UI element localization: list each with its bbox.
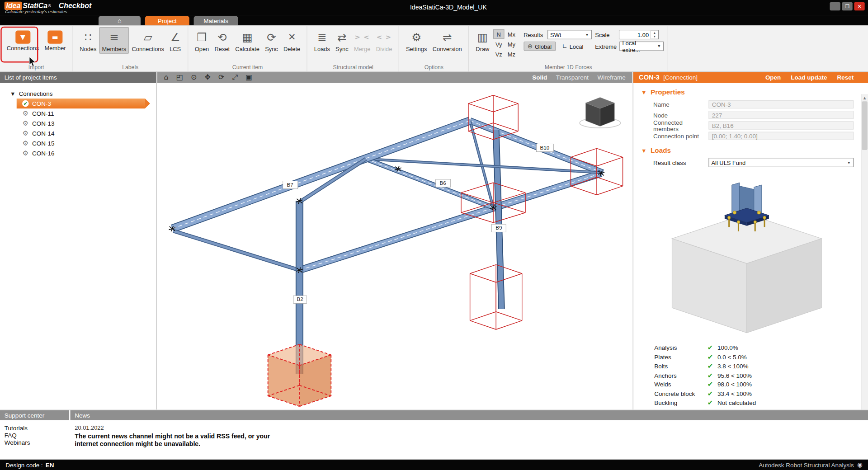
tab-bar: ⌂ Project Materials	[0, 15, 868, 25]
panel-scrollbar[interactable]: ▲ ▼	[861, 94, 868, 409]
btn-label: Reset	[215, 45, 230, 52]
draw-forces-button[interactable]: ▥ Draw	[473, 27, 492, 54]
open-button[interactable]: ❒ Open	[192, 27, 212, 54]
check-row: Concrete block ✔ 33.4 < 100%	[654, 389, 756, 398]
tree-item[interactable]: ⚙ CON-16	[17, 148, 145, 158]
tree-item[interactable]: ⚙ CON-13	[17, 118, 145, 128]
zoom-extents-icon[interactable]: ⤢	[232, 72, 238, 83]
check-badge-icon: ✔	[22, 100, 29, 107]
view-home-icon[interactable]: ⌂	[164, 72, 168, 83]
connection-preview[interactable]	[656, 180, 838, 341]
rotate-icon[interactable]: ⟳	[218, 72, 224, 83]
property-value: B2, B16	[708, 121, 854, 129]
tab-project[interactable]: Project	[145, 16, 189, 26]
tab-materials[interactable]: Materials	[194, 16, 238, 26]
properties-section-header[interactable]: ▼ Properties	[642, 89, 868, 96]
tab-home[interactable]: ⌂	[99, 16, 141, 26]
import-member-button[interactable]: ▬ Member	[42, 27, 68, 53]
pan-icon[interactable]: ✥	[204, 72, 210, 83]
extreme-dropdown[interactable]: Local extre... ▼	[619, 42, 664, 51]
maximize-button[interactable]: ❐	[842, 2, 852, 10]
local-toggle[interactable]: ∟ Local	[558, 42, 587, 51]
panel-reset-button[interactable]: Reset	[837, 74, 854, 81]
panel-load-update-button[interactable]: Load update	[791, 74, 827, 81]
result-class-dropdown[interactable]: All ULS Fund ▼	[708, 158, 854, 167]
view-mode-solid[interactable]: Solid	[532, 74, 547, 81]
btn-label: Calculate	[235, 45, 259, 52]
conversion-button[interactable]: ⇌ Conversion	[430, 27, 465, 54]
navigation-cube[interactable]	[580, 98, 621, 128]
support-link-webinars[interactable]: Webinars	[5, 439, 30, 446]
divide-icon: < >	[377, 29, 392, 46]
news-date: 20.01.2022	[75, 424, 104, 431]
tree-item-label: CON-3	[32, 100, 51, 107]
section-collapse-icon: ▼	[642, 90, 646, 95]
tree-root[interactable]: ▼ Connections	[0, 89, 156, 99]
support-link-faq[interactable]: FAQ	[5, 432, 30, 439]
model-sync-button[interactable]: ⇄ Sync	[333, 27, 351, 54]
force-toggle-mz[interactable]: Mz	[505, 49, 518, 59]
zoom-icon[interactable]: ⊙	[191, 72, 197, 83]
support-link-tutorials[interactable]: Tutorials	[5, 425, 30, 432]
sync-button[interactable]: ⟳ Sync	[262, 27, 281, 54]
calculate-grid-icon: ▦	[242, 29, 253, 46]
loads-section-header[interactable]: ▼ Loads	[642, 147, 868, 155]
results-dropdown[interactable]: SWt ▼	[547, 30, 592, 39]
tree-item[interactable]: ⚙ CON-15	[17, 138, 145, 148]
scene-canvas[interactable]: B7 B6 B10 B9 B2	[157, 83, 632, 410]
view-mode-transparent[interactable]: Transparent	[556, 74, 589, 81]
render-style-icon[interactable]: ▣	[245, 72, 252, 83]
home-icon: ⌂	[118, 17, 122, 24]
scale-input[interactable]	[619, 30, 651, 38]
labels-lcs-button[interactable]: ∠ LCS	[167, 27, 184, 54]
tree-item[interactable]: ⚙ CON-11	[17, 108, 145, 118]
support-links: Tutorials FAQ Webinars	[5, 425, 30, 446]
delete-button[interactable]: ✕ Delete	[281, 27, 303, 54]
loads-button[interactable]: ≣ Loads	[311, 27, 333, 54]
labels-nodes-button[interactable]: ∷ Nodes	[77, 27, 99, 54]
panel-open-button[interactable]: Open	[765, 74, 781, 81]
results-value: SWt	[550, 31, 561, 38]
force-toggle-n[interactable]: N	[493, 29, 504, 39]
force-toggle-vz[interactable]: Vz	[493, 49, 504, 59]
beam-label: B7	[283, 181, 298, 189]
zoom-window-icon[interactable]: ◰	[176, 72, 183, 83]
check-pass-icon: ✔	[703, 381, 717, 388]
group-label-current-item: Current item	[188, 64, 307, 70]
force-toggle-vy[interactable]: Vy	[493, 39, 504, 49]
check-label: Buckling	[654, 400, 703, 406]
labels-members-button[interactable]: ≡ Members	[99, 27, 129, 54]
scrollbar-thumb[interactable]	[862, 101, 868, 150]
extreme-label: Extreme	[595, 43, 617, 50]
check-row: Analysis ✔ 100.0%	[654, 343, 756, 352]
check-value: 98.0 < 100%	[717, 381, 752, 388]
calculate-button[interactable]: ▦ Calculate	[232, 27, 262, 54]
force-toggle-mx[interactable]: Mx	[505, 29, 518, 39]
viewport-toolbar: ⌂ ◰ ⊙ ✥ ⟳ ⤢ ▣ Solid Transparent Wirefram…	[157, 72, 632, 83]
group-label-forces: Member 1D Forces	[469, 64, 668, 70]
scale-spinner[interactable]: ▲ ▼	[651, 30, 658, 38]
logo-idea: Idea	[5, 2, 22, 10]
btn-label: Conversion	[433, 45, 462, 52]
minimize-button[interactable]: –	[830, 2, 840, 10]
check-label: Analysis	[654, 344, 703, 351]
tree-expand-icon[interactable]: ▼	[11, 91, 19, 96]
gear-icon: ⚙	[21, 110, 30, 118]
scroll-up-icon[interactable]: ▲	[861, 94, 868, 101]
column-flange	[732, 183, 740, 214]
force-toggle-my[interactable]: My	[505, 39, 518, 49]
merge-button[interactable]: > < Merge	[351, 27, 373, 54]
settings-button[interactable]: ⚙ Settings	[403, 27, 430, 54]
design-code-value: EN	[46, 461, 54, 468]
close-button[interactable]: ✕	[854, 2, 864, 10]
view-mode-wireframe[interactable]: Wireframe	[598, 74, 626, 81]
property-value: [0.00; 1.40; 0.00]	[708, 132, 854, 140]
global-toggle[interactable]: ⊕ Global	[524, 42, 556, 51]
reset-button[interactable]: ⟲ Reset	[212, 27, 232, 54]
merge-icon: > <	[354, 29, 369, 46]
divide-button[interactable]: < > Divide	[373, 27, 395, 54]
labels-connections-button[interactable]: ▱ Connections	[129, 27, 167, 54]
btn-label: Loads	[314, 45, 330, 52]
tree-item[interactable]: ⚙ CON-14	[17, 128, 145, 138]
tree-item[interactable]: ✔ CON-3	[17, 99, 145, 108]
